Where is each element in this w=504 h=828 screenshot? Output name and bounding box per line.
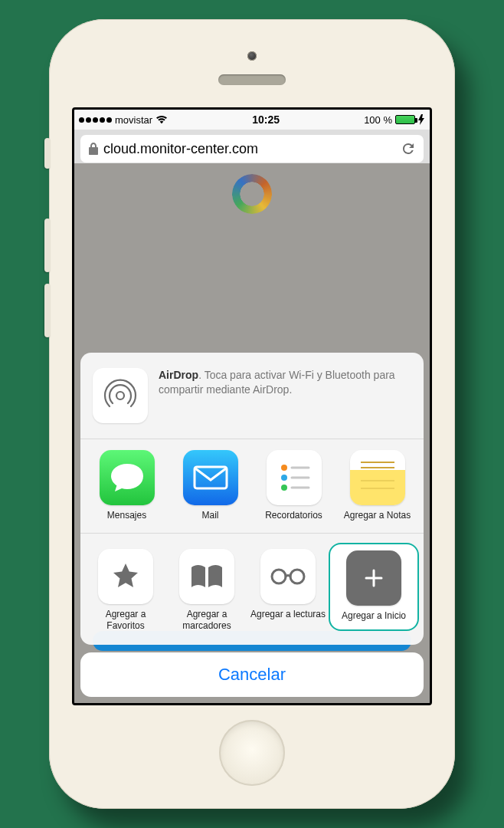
reminders-icon (267, 450, 322, 505)
notes-icon (350, 450, 405, 505)
airdrop-row[interactable]: AirDrop. Toca para activar Wi-Fi y Bluet… (80, 353, 424, 439)
share-app-messages[interactable]: Mensajes (85, 450, 169, 521)
carrier-label: movistar (115, 114, 152, 126)
action-label: Agregar a Favoritos (87, 609, 165, 631)
plus-square-icon (346, 550, 401, 606)
airdrop-title: AirDrop (159, 369, 198, 381)
action-add-favorites[interactable]: Agregar a Favoritos (85, 549, 166, 631)
front-camera (247, 51, 257, 61)
airdrop-icon (93, 368, 148, 423)
cancel-label: Cancelar (218, 665, 286, 684)
action-add-bookmarks[interactable]: Agregar a marcadores (166, 549, 247, 631)
share-app-notes[interactable]: Agregar a Notas (335, 450, 419, 521)
airdrop-text: AirDrop. Toca para activar Wi-Fi y Bluet… (159, 368, 411, 423)
cancel-button[interactable]: Cancelar (80, 652, 424, 697)
action-add-home[interactable]: Agregar a Inicio (329, 543, 419, 631)
lock-icon (88, 143, 99, 155)
mute-switch (44, 138, 51, 169)
charging-icon (418, 114, 425, 125)
url-text: cloud.monitor-center.com (103, 141, 258, 157)
share-app-reminders[interactable]: Recordatorios (252, 450, 335, 521)
svg-point-2 (281, 465, 287, 471)
ear-speaker (218, 74, 286, 85)
app-label: Mail (201, 510, 218, 521)
action-label: Agregar a lecturas (250, 609, 326, 619)
share-card: AirDrop. Toca para activar Wi-Fi y Bluet… (80, 353, 424, 645)
star-icon (98, 549, 153, 604)
app-label: Mensajes (107, 510, 146, 521)
share-apps-row: Mensajes Mail (80, 439, 424, 533)
refresh-icon[interactable] (401, 141, 416, 156)
battery-pct: 100 % (364, 114, 392, 126)
share-app-mail[interactable]: Mail (169, 450, 252, 521)
glasses-icon (260, 549, 316, 604)
svg-point-3 (281, 475, 287, 481)
app-label: Recordatorios (265, 510, 322, 521)
messages-icon (100, 450, 155, 505)
share-actions-row: Agregar a Favoritos Agregar a marcadores… (80, 533, 424, 645)
volume-up (44, 219, 51, 272)
screen: movistar 10:25 100 % cloud.monitor-cente… (72, 107, 432, 705)
volume-down (44, 284, 51, 337)
home-button[interactable] (219, 720, 285, 786)
logo-ring-icon (232, 174, 272, 214)
svg-point-4 (281, 485, 287, 491)
action-label: Agregar a marcadores (168, 609, 246, 631)
action-label: Agregar a Inicio (342, 610, 406, 621)
phone-frame: movistar 10:25 100 % cloud.monitor-cente… (49, 19, 455, 809)
book-icon (179, 549, 234, 604)
battery-icon (395, 115, 415, 124)
clock: 10:25 (171, 113, 361, 126)
signal-dots-icon (79, 117, 112, 123)
svg-point-12 (272, 570, 286, 583)
svg-point-0 (116, 392, 124, 399)
wifi-icon (155, 115, 168, 124)
address-bar[interactable]: cloud.monitor-center.com (80, 135, 424, 163)
status-bar: movistar 10:25 100 % (74, 110, 430, 130)
svg-point-13 (290, 570, 304, 583)
app-label: Agregar a Notas (344, 510, 411, 521)
action-add-reading[interactable]: Agregar a lecturas (247, 549, 329, 631)
share-sheet: AirDrop. Toca para activar Wi-Fi y Bluet… (80, 353, 424, 697)
mail-icon (183, 450, 238, 505)
